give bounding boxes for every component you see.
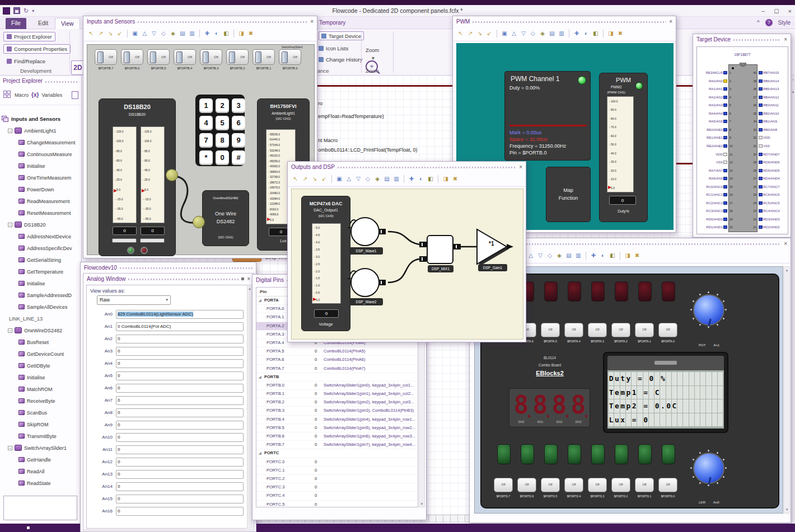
analog-input-An13[interactable]: 0 <box>116 470 244 479</box>
switch-$PORTA.2[interactable]: Off$PORTA.2 <box>611 323 630 343</box>
toolbar-icon[interactable]: ◧ <box>222 30 230 37</box>
toolbar-icon[interactable]: ◨ <box>237 30 245 37</box>
tree-item-scanbus[interactable]: ScanBus <box>0 407 82 418</box>
target-device-toggle[interactable]: Target Device <box>319 31 364 40</box>
keypad-key-3[interactable]: 3 <box>232 98 245 113</box>
ds18b20-red-button[interactable] <box>141 247 148 254</box>
toolbar-icon[interactable]: ▥ <box>392 175 400 183</box>
analog-input-An16[interactable]: 0 <box>116 507 244 516</box>
macro-icon[interactable] <box>3 91 12 99</box>
tree-item-onetimemeasurem[interactable]: OneTimeMeasurem <box>0 172 82 183</box>
icon-lists-toggle[interactable]: Icon Lists <box>319 44 348 53</box>
zoom-button[interactable]: Zoom <box>366 47 379 53</box>
switch-$PORTA.0[interactable]: Off$PORTA.0 <box>658 323 677 343</box>
tree-expander-icon[interactable]: – <box>8 223 12 227</box>
tab-view[interactable]: View <box>55 18 80 29</box>
keypad-key-4[interactable]: 4 <box>199 116 213 130</box>
toolbar-icon[interactable]: ▥ <box>188 30 196 37</box>
toolbar-icon[interactable]: ▽ <box>520 30 527 37</box>
tree-item-receivebyte[interactable]: ReceiveByte <box>0 395 82 407</box>
toolbar-icon[interactable]: ◐ <box>213 30 221 37</box>
toolbar-icon[interactable]: ↖ <box>292 175 300 183</box>
toolbar-icon[interactable]: ◧ <box>592 30 600 37</box>
toolbar-icon[interactable]: ✚ <box>203 30 211 37</box>
tree-item-skiprom[interactable]: SkipROM <box>0 418 82 430</box>
digital-pin-row-PORTB.6[interactable]: PORTB.60SwitchArraySlider1(pin6), keypad… <box>256 432 418 441</box>
switch-$PORTA.1[interactable]: Off$PORTA.1 <box>635 323 654 343</box>
toolbar-icon[interactable]: ▣ <box>501 30 508 37</box>
toolbar-icon[interactable]: ◨ <box>624 252 632 260</box>
ldr-knob[interactable] <box>688 447 730 489</box>
pot-knob[interactable] <box>688 289 730 331</box>
ds18b20-widget[interactable]: DS18B20 DS18B20 - 125.0- 105.0- 85.0- 65… <box>99 98 176 256</box>
toolbar-icon[interactable]: ↗ <box>301 175 309 183</box>
dsp-wave1-node[interactable] <box>350 217 380 246</box>
tree-item-link_line_13[interactable]: LINK_LINE_13 <box>0 313 82 324</box>
onewire-ds2482-widget[interactable]: OneWireDS2482 One Wire DS2482 (I2C CH1) <box>202 190 249 246</box>
onewire-connector-node[interactable] <box>166 169 178 181</box>
mcp47x6-dac-widget[interactable]: MCP47x6 DAC DAC_Output1 (I2C CH3) - 5.0-… <box>301 196 350 331</box>
keypad-key-#[interactable]: # <box>232 150 245 165</box>
close-icon[interactable]: × <box>784 36 787 43</box>
tree-item-inputs and sensors[interactable]: Inputs and Sensors <box>0 113 82 125</box>
toolbar-icon[interactable]: ◈ <box>539 30 546 37</box>
digital-pin-row-PORTC.4[interactable]: PORTC.40 <box>256 492 418 500</box>
tree-item-powerdown[interactable]: PowerDown <box>0 183 82 195</box>
digital-pin-row-PORTB.3[interactable]: PORTB.30SwitchArraySlider1(pin3), ComboB… <box>256 407 418 415</box>
clipped-toolbar-icon[interactable] <box>72 91 78 99</box>
digital-pin-row-PORTB.1[interactable]: PORTB.10SwitchArraySlider1(pin1), keypad… <box>256 390 418 398</box>
analog-input-An7[interactable]: 0 <box>116 396 244 405</box>
toolbar-icon[interactable]: ▥ <box>558 30 565 37</box>
toolbar-icon[interactable]: ▤ <box>548 30 556 37</box>
digital-pin-row-PORTC.3[interactable]: PORTC.30 <box>256 483 418 492</box>
close-icon[interactable]: × <box>247 276 250 282</box>
restore-button[interactable]: ◻ <box>774 7 779 15</box>
digital-pin-row-PORTA.6[interactable]: PORTA.60ComboBL0114(PinA6) <box>256 356 418 364</box>
toolbar-icon[interactable]: ◈ <box>373 175 381 183</box>
tree-expander-icon[interactable]: – <box>8 446 12 450</box>
analog-input-An3[interactable]: 0 <box>116 347 244 356</box>
board-vertical-scrollbar[interactable]: ▴▾ <box>784 266 790 514</box>
toolbar-icon[interactable]: ▤ <box>383 175 391 183</box>
dsp-wave2-node[interactable] <box>350 268 380 297</box>
tree-item-transmitbyte[interactable]: TransmitByte <box>0 430 82 442</box>
ds18b20-slider-1[interactable]: - 125.0- 105.0- 85.0- 65.0- 45.0- 25.0- … <box>113 126 137 223</box>
digital-pin-row-PORTA.5[interactable]: PORTA.50ComboBL0114(PinA5) <box>256 347 418 356</box>
close-icon[interactable]: × <box>669 18 672 25</box>
toolbar-icon[interactable]: ◧ <box>427 175 434 183</box>
toolbar-icon[interactable]: ↖ <box>87 30 95 37</box>
tree-item-onewireds2482[interactable]: –OneWireDS2482 <box>0 324 82 336</box>
toolbar-icon[interactable]: ◇ <box>546 252 554 260</box>
ds18b20-slider-2[interactable]: - 125.0- 105.0- 85.0- 65.0- 45.0- 25.0- … <box>141 126 165 223</box>
tree-item-gettemperature[interactable]: GetTemperature <box>0 266 82 277</box>
toolbar-icon[interactable]: ◐ <box>582 30 590 37</box>
switch-$PORTA.5[interactable]: Off$PORTA.5 <box>541 323 560 343</box>
minimize-button[interactable]: − <box>761 8 765 15</box>
toolbar-icon[interactable]: ▤ <box>565 252 573 260</box>
analog-input-An15[interactable]: 0 <box>116 495 244 503</box>
tree-item-changemeasurement[interactable]: ChangeMeasurement <box>0 136 82 148</box>
switch-$PORTB.6[interactable]: Off$PORTB.6 <box>121 49 143 70</box>
analog-input-An11[interactable]: 0 <box>116 445 244 454</box>
toolbar-icon[interactable]: ◈ <box>555 252 563 260</box>
toolbar-icon[interactable]: ◈ <box>169 30 177 37</box>
tree-item-switcharrayslider1[interactable]: –SwitchArraySlider1 <box>0 442 82 454</box>
toolbar-icon[interactable]: ▽ <box>150 30 158 37</box>
tree-item-busreset[interactable]: BusReset <box>0 336 82 348</box>
analog-input-An8[interactable]: 0 <box>116 408 244 417</box>
toolbar-icon[interactable]: ▣ <box>131 30 139 37</box>
digital-pin-row-PORTB[interactable]: ◢PORTB <box>256 373 418 382</box>
toolbar-icon[interactable]: ✖ <box>633 252 641 260</box>
pwm-duty-slider[interactable]: - 100.0- 90.0- 80.0- 70.0- 60.0- 50.0- 4… <box>607 96 634 192</box>
tree-item-ambientlight1[interactable]: –AmbientLight1 <box>0 125 82 136</box>
pwm-slider-widget[interactable]: PWM PWM2 (PWM CH1) - 100.0- 90.0- 80.0- … <box>599 73 648 222</box>
tree-item-addressspecificdev[interactable]: AddressSpecificDev <box>0 242 82 254</box>
digital-pin-row-PORTB.2[interactable]: PORTB.20SwitchArraySlider1(pin2), keypad… <box>256 398 418 407</box>
tree-item-readmeasurement[interactable]: ReadMeasurement <box>0 195 82 207</box>
switch-$PORTD.1[interactable]: Off$PORTD.1 <box>635 478 654 498</box>
switch-$PORTD.4[interactable]: Off$PORTD.4 <box>564 478 583 498</box>
digital-pin-row-PORTB.5[interactable]: PORTB.50SwitchArraySlider1(pin5), keypad… <box>256 424 418 432</box>
toolbar-icon[interactable]: ↖ <box>457 30 465 37</box>
toolbar-icon[interactable]: ↘ <box>476 30 484 37</box>
switch-$PORTA.3[interactable]: Off$PORTA.3 <box>588 323 607 343</box>
